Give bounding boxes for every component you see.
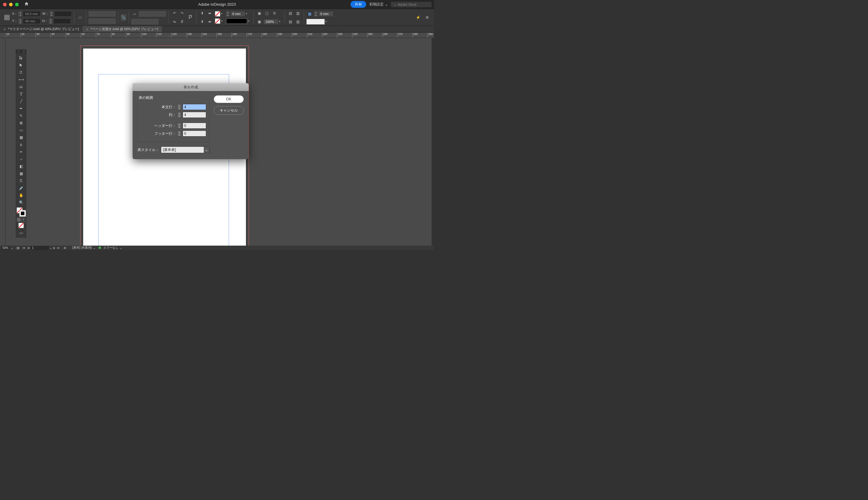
quick-apply-icon[interactable]: ⚡ xyxy=(415,14,421,21)
arrange-2-icon[interactable]: ⬌ xyxy=(206,19,213,25)
wrap-1-icon[interactable]: ▤ xyxy=(287,10,294,16)
shear-drop[interactable] xyxy=(139,11,166,16)
chevron-down-icon[interactable]: ⌄ xyxy=(119,246,122,250)
document-tab[interactable]: × *マスターページ.indd @ 43% [GPU プレビュー] xyxy=(0,26,83,32)
ok-button[interactable]: OK xyxy=(214,95,244,103)
home-button[interactable] xyxy=(24,1,29,7)
undo-icon[interactable]: ↶ xyxy=(171,10,178,16)
gradient-feather-tool[interactable]: ▦ xyxy=(17,170,25,177)
fx-1-icon[interactable]: ▣ xyxy=(256,10,263,16)
table-tool[interactable]: ▦ xyxy=(17,134,25,141)
columns-input[interactable] xyxy=(183,112,206,118)
x-input[interactable] xyxy=(23,11,41,16)
fx-2-icon[interactable]: ▢ xyxy=(264,10,270,16)
cancel-button[interactable]: キャンセル xyxy=(214,106,244,115)
ruler-origin[interactable] xyxy=(0,33,5,38)
horizontal-ruler[interactable]: 1020304050607080901001101201301401501601… xyxy=(5,33,434,38)
paragraph-icon[interactable]: P xyxy=(187,14,194,21)
flip-v-icon[interactable]: ⬌ xyxy=(206,10,213,16)
y-spinner[interactable]: ▴▾ xyxy=(19,19,22,24)
table-style-select[interactable]: [基本表] xyxy=(161,147,209,153)
content-collector-tool[interactable]: 🗂 xyxy=(17,83,25,90)
arrange-1-icon[interactable]: ⬍ xyxy=(199,19,206,25)
footer-rows-input[interactable] xyxy=(183,130,206,137)
type-tool[interactable]: T xyxy=(17,90,25,98)
prev-page-button[interactable]: ◀ xyxy=(26,246,30,250)
column-tool[interactable]: ⫼ xyxy=(17,141,25,148)
columns-spinner[interactable]: ▴▾ xyxy=(177,112,181,118)
y-input[interactable] xyxy=(23,19,41,24)
apply-none-icon[interactable] xyxy=(19,223,24,228)
footer-rows-spinner[interactable]: ▴▾ xyxy=(177,130,181,137)
stock-search-input[interactable]: ⌕ Adobe Stock xyxy=(391,2,432,7)
close-tab-icon[interactable]: × xyxy=(86,27,88,31)
mirror-v-icon[interactable]: ⇵ xyxy=(179,19,185,25)
preflight-status[interactable]: エラーなし xyxy=(103,246,118,250)
reference-point-icon[interactable] xyxy=(4,14,10,21)
workspace-dropdown[interactable]: 初期設定 ⌄ xyxy=(369,2,388,7)
object-style-swatch[interactable] xyxy=(307,19,324,24)
close-window-button[interactable] xyxy=(3,3,7,6)
chevron-down-icon[interactable]: ▾ xyxy=(221,20,224,22)
stroke-style-swatch[interactable] xyxy=(226,19,247,24)
scrollbar-vertical[interactable] xyxy=(432,38,434,246)
first-page-button[interactable]: ⏮ xyxy=(22,246,26,250)
header-rows-input[interactable] xyxy=(183,123,206,129)
wrap-2-icon[interactable]: ▥ xyxy=(295,10,301,16)
line-tool[interactable]: ╱ xyxy=(17,98,25,105)
page-number-input[interactable]: 1 xyxy=(31,246,49,250)
redo-icon[interactable]: ↷ xyxy=(179,10,185,16)
h-spinner[interactable]: ▴▾ xyxy=(49,19,53,24)
gap-tool[interactable]: ⟷ xyxy=(17,76,25,83)
share-button[interactable]: 共有 xyxy=(351,1,366,8)
close-tab-icon[interactable]: × xyxy=(4,27,5,31)
mirror-h-icon[interactable]: ⇋ xyxy=(171,19,178,25)
inset-input[interactable] xyxy=(319,11,333,16)
align-drop-1[interactable] xyxy=(89,11,116,16)
last-page-button[interactable]: ⏭ xyxy=(57,246,60,250)
chevron-down-icon[interactable]: ⌄ xyxy=(11,246,13,250)
rectangle-frame-tool[interactable]: ⊠ xyxy=(17,120,25,127)
selection-tool[interactable] xyxy=(17,54,25,61)
options-icon[interactable]: ⚙ xyxy=(424,14,430,21)
note-tool[interactable]: 🗒 xyxy=(17,177,25,184)
vertical-ruler[interactable] xyxy=(0,38,5,246)
pen-tool[interactable]: ✒ xyxy=(17,105,25,112)
header-rows-spinner[interactable]: ▴▾ xyxy=(177,123,181,129)
hand-tool[interactable]: ✋ xyxy=(17,192,25,199)
x-spinner[interactable]: ▴▾ xyxy=(19,11,22,16)
format-affects[interactable]: ▢T xyxy=(17,218,25,221)
chevron-down-icon[interactable]: ▾ xyxy=(279,20,282,23)
page-tool[interactable]: 🗋 xyxy=(17,69,25,76)
direct-selection-tool[interactable] xyxy=(17,61,25,69)
stroke-none-icon[interactable] xyxy=(215,19,220,24)
flip-h-icon[interactable]: ⬍ xyxy=(199,10,206,16)
wrap-3-icon[interactable]: ▤ xyxy=(287,19,294,25)
body-rows-spinner[interactable]: ▴▾ xyxy=(177,104,181,110)
eyedropper-tool[interactable]: 💉 xyxy=(17,184,25,192)
opacity-icon[interactable]: ▣ xyxy=(256,19,263,25)
body-rows-input[interactable] xyxy=(183,104,206,110)
maximize-window-button[interactable] xyxy=(15,3,19,6)
document-tab[interactable]: × *ページ見開き.indd @ 50% [GPU プレビュー] xyxy=(83,26,162,32)
shear-icon[interactable]: ▱ xyxy=(132,11,138,17)
w-input[interactable] xyxy=(54,11,72,16)
screen-mode-button[interactable]: ▭ xyxy=(17,229,25,237)
spread-icon[interactable]: ⊕ xyxy=(61,245,68,250)
zoom-level[interactable]: 50% xyxy=(1,246,10,250)
opacity-input[interactable] xyxy=(264,19,278,24)
w-spinner[interactable]: ▴▾ xyxy=(50,11,53,16)
stroke-weight-spinner[interactable]: ▴▾ xyxy=(226,11,230,16)
h-input[interactable] xyxy=(53,19,71,24)
chevron-down-icon[interactable]: ▾ xyxy=(221,12,224,15)
scissors-tool[interactable]: ✂ xyxy=(17,148,25,156)
rectangle-tool[interactable]: ▭ xyxy=(17,127,25,134)
free-transform-tool[interactable]: ⟐ xyxy=(17,156,25,163)
chevron-down-icon[interactable]: ▾ xyxy=(248,20,251,22)
fill-none-icon[interactable] xyxy=(215,11,220,16)
fx-3-icon[interactable]: fx xyxy=(271,10,278,16)
fill-stroke-swatch[interactable] xyxy=(16,207,26,216)
chevron-down-icon[interactable]: ⌄ xyxy=(93,246,95,250)
frame-fit-icon[interactable]: ▦ xyxy=(307,11,313,17)
attach-icon[interactable]: 📎 xyxy=(121,14,126,21)
